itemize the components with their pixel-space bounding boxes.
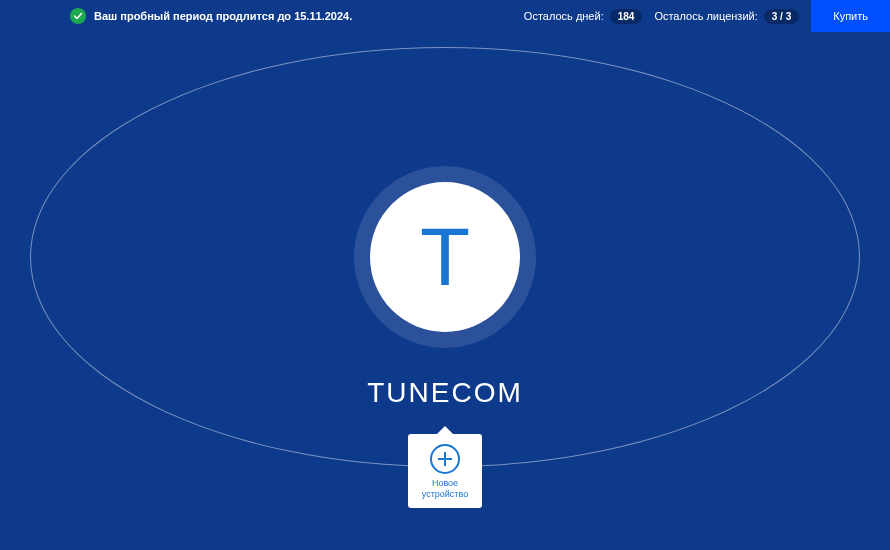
center-avatar-ring: T: [354, 166, 536, 348]
plus-icon: [430, 444, 460, 474]
days-remaining: Осталось дней: 184: [524, 9, 643, 24]
add-device-label: Новоеустройство: [412, 478, 478, 500]
days-label: Осталось дней:: [524, 10, 604, 22]
buy-button[interactable]: Купить: [811, 0, 890, 32]
topbar: Ваш пробный период продлится до 15.11.20…: [0, 0, 890, 32]
trial-message: Ваш пробный период продлится до 15.11.20…: [70, 8, 524, 24]
avatar-letter: T: [420, 216, 470, 298]
center-name: TUNECOM: [367, 377, 523, 409]
center-avatar[interactable]: T: [370, 182, 520, 332]
trial-text: Ваш пробный период продлится до 15.11.20…: [94, 10, 352, 22]
main-area: T TUNECOM Новоеустройство: [0, 32, 890, 550]
licenses-remaining: Осталось лицензий: 3 / 3: [654, 9, 799, 24]
days-value: 184: [610, 9, 643, 24]
licenses-value: 3 / 3: [764, 9, 799, 24]
check-icon: [70, 8, 86, 24]
licenses-label: Осталось лицензий:: [654, 10, 757, 22]
add-device-button[interactable]: Новоеустройство: [408, 434, 482, 508]
